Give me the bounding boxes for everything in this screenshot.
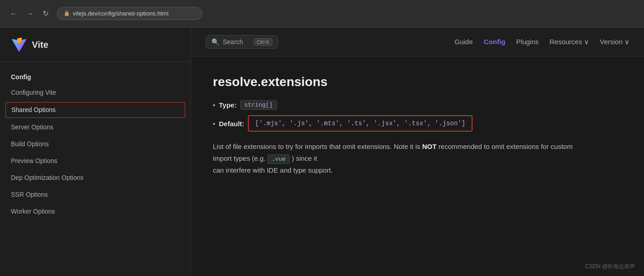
desc-part5: can interfere with IDE and type support.	[213, 166, 332, 174]
description-text: List of file extensions to try for impor…	[213, 141, 577, 176]
resources-chevron-icon: ∨	[584, 38, 589, 46]
page-wrapper: Vite Config Configuring Vite Shared Opti…	[0, 27, 644, 276]
nav-resources[interactable]: Resources ∨	[549, 38, 589, 46]
nav-links: Guide Config Plugins Resources ∨ Version…	[455, 38, 629, 46]
back-button[interactable]: ←	[7, 8, 20, 20]
content-area: 🔍 Search Ctrl K Guide Config Plugins Res…	[191, 27, 644, 276]
sidebar-logo: Vite	[0, 36, 191, 62]
version-chevron-icon: ∨	[624, 38, 629, 46]
content-body: resolve.extensions Type: string[] Defaul…	[191, 56, 644, 276]
page-title: resolve.extensions	[213, 75, 622, 89]
sidebar-item-shared-options[interactable]: Shared Options	[5, 102, 185, 118]
desc-part4: ) since it	[292, 154, 317, 162]
address-bar[interactable]: 🔒 vitejs.dev/config/shared-options.html	[57, 7, 202, 20]
sidebar: Vite Config Configuring Vite Shared Opti…	[0, 27, 191, 276]
search-shortcut: Ctrl K	[254, 38, 273, 46]
browser-chrome: ← → ↻ 🔒 vitejs.dev/config/shared-options…	[0, 0, 644, 27]
sidebar-section-config: Config	[0, 70, 191, 84]
desc-part1: List of file extensions to try for impor…	[213, 143, 420, 150]
vite-logo-icon	[11, 36, 27, 53]
default-label: Default:	[219, 120, 244, 128]
forward-button[interactable]: →	[24, 8, 36, 20]
type-value: string[]	[240, 100, 277, 110]
type-row: Type: string[]	[213, 100, 622, 110]
nav-guide[interactable]: Guide	[455, 38, 473, 46]
logo-text: Vite	[32, 40, 48, 50]
search-label: Search	[223, 38, 243, 46]
default-value: ['.mjs', '.js', '.mts', '.ts', '.jsx', '…	[248, 115, 473, 132]
search-box[interactable]: 🔍 Search Ctrl K	[206, 35, 278, 49]
sidebar-item-ssr-options[interactable]: SSR Options	[0, 186, 191, 203]
url-text: vitejs.dev/config/shared-options.html	[73, 10, 168, 17]
nav-plugins[interactable]: Plugins	[516, 38, 538, 46]
vue-code-inline: .vue	[267, 154, 290, 164]
sidebar-item-configuring-vite[interactable]: Configuring Vite	[0, 84, 191, 101]
desc-bold: NOT	[422, 143, 437, 150]
info-list: Type: string[] Default: ['.mjs', '.js', …	[213, 100, 622, 132]
sidebar-item-dep-optimization-options[interactable]: Dep Optimization Options	[0, 169, 191, 186]
sidebar-item-worker-options[interactable]: Worker Options	[0, 203, 191, 220]
browser-nav: ← → ↻	[7, 7, 51, 20]
sidebar-item-preview-options[interactable]: Preview Options	[0, 153, 191, 169]
nav-config[interactable]: Config	[484, 38, 505, 46]
secure-icon: 🔒	[64, 10, 70, 16]
nav-version[interactable]: Version ∨	[600, 38, 629, 46]
sidebar-item-build-options[interactable]: Build Options	[0, 136, 191, 153]
sidebar-item-server-options[interactable]: Server Options	[0, 119, 191, 136]
type-label: Type:	[219, 101, 236, 109]
default-row: Default: ['.mjs', '.js', '.mts', '.ts', …	[213, 115, 622, 132]
search-icon: 🔍	[211, 38, 219, 46]
reload-button[interactable]: ↻	[40, 7, 51, 20]
top-nav: 🔍 Search Ctrl K Guide Config Plugins Res…	[191, 27, 644, 56]
footer-watermark: CSDN @听海边涛声	[585, 263, 635, 271]
